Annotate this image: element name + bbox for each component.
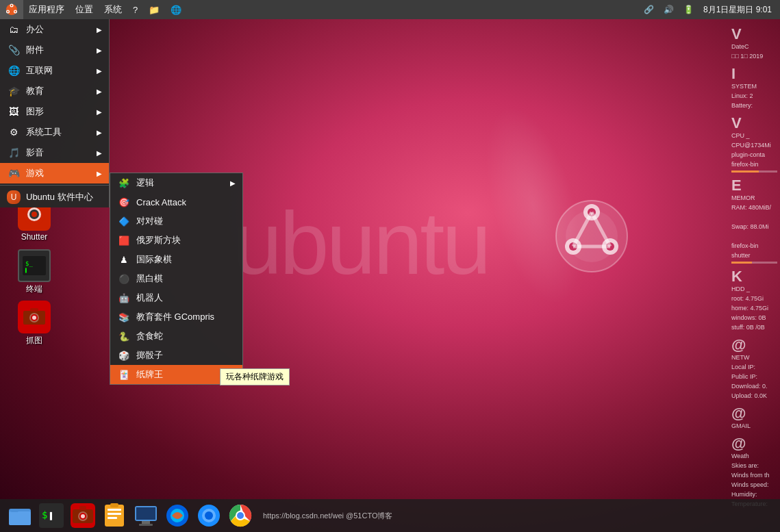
ubuntu-sc-icon: U: [7, 190, 21, 204]
conky-network-section: @ NETWLocal IP:Public IP:Download: 0.Upl…: [731, 338, 777, 401]
submenu-item-tetris[interactable]: 🟥 俄罗斯方块: [110, 231, 242, 250]
submenu-item-chess[interactable]: ♟ 国际象棋: [110, 250, 242, 269]
panel-help-icon[interactable]: ?: [127, 0, 143, 19]
system-tools-arrow: ▶: [97, 129, 102, 136]
submenu-item-snake[interactable]: 🐍 贪食蛇: [110, 327, 242, 346]
internet-icon: 🌐: [7, 64, 21, 77]
svg-rect-44: [108, 509, 121, 511]
tetris-icon: 🟥: [117, 233, 131, 247]
graphics-icon: 🖼: [7, 105, 21, 118]
internet-label: 互联网: [26, 64, 53, 77]
taskbar-chrome-icon[interactable]: [226, 501, 255, 530]
panel-ubuntu-icon[interactable]: [0, 0, 23, 19]
taskbar-monitor-icon[interactable]: [131, 501, 160, 530]
taskbar-files-icon[interactable]: [5, 501, 34, 530]
svg-point-17: [7, 11, 8, 12]
accessories-label: 附件: [26, 44, 44, 56]
panel-places-menu[interactable]: 位置: [70, 0, 99, 19]
menu-item-multimedia[interactable]: 🎵 影音 ▶: [0, 142, 109, 163]
system-label: 系统: [104, 3, 122, 16]
taskbar-spinner-icon[interactable]: [194, 501, 223, 530]
dice-icon: 🎲: [117, 349, 131, 362]
menu-item-ubuntu-sc[interactable]: U Ubuntu 软件中心: [0, 187, 109, 207]
cards-icon: 🃏: [117, 368, 131, 381]
screenshot-icon: [18, 301, 51, 333]
office-icon: 🗂: [7, 23, 21, 36]
duiduipeng-label: 对对碰: [136, 215, 163, 227]
taskbar-camera-icon[interactable]: [68, 501, 97, 530]
menu-item-graphics[interactable]: 🖼 图形 ▶: [0, 101, 109, 122]
svg-rect-46: [108, 517, 117, 519]
office-label: 办公: [26, 23, 44, 36]
multimedia-icon: 🎵: [7, 146, 21, 160]
submenu-item-crack-attack[interactable]: 🎯 Crack Attack: [110, 192, 242, 212]
taskbar-url: https://blog.csdn.net/wei @51CTO博客: [263, 511, 393, 521]
ubuntu-sc-label: Ubuntu 软件中心: [26, 191, 93, 203]
shutter-label: Shutter: [21, 232, 48, 242]
terminal-desktop-icon[interactable]: $_ ▌ 终端: [15, 246, 53, 298]
menu-item-accessories[interactable]: 📎 附件 ▶: [0, 40, 109, 60]
logic-label: 逻辑: [136, 177, 154, 189]
panel-sound-icon[interactable]: 🔊: [661, 5, 677, 14]
terminal-label: 终端: [26, 283, 42, 295]
submenu-item-dice[interactable]: 🎲 掷骰子: [110, 346, 242, 365]
screenshot-label: 抓图: [26, 335, 42, 346]
snake-label: 贪食蛇: [136, 330, 163, 342]
panel-system-menu[interactable]: 系统: [99, 0, 127, 19]
ubuntu-logo: [554, 199, 629, 274]
svg-rect-50: [142, 521, 150, 524]
system-tools-label: 系统工具: [26, 126, 62, 138]
panel-browser-icon[interactable]: 🌐: [165, 0, 187, 19]
submenu-item-reversi[interactable]: ⚫ 黑白棋: [110, 269, 242, 288]
logic-arrow: ▶: [230, 179, 236, 187]
svg-text:$_: $_: [25, 260, 33, 267]
menu-item-system-tools[interactable]: ⚙ 系统工具 ▶: [0, 122, 109, 142]
panel-network-icon[interactable]: 🔗: [641, 5, 657, 14]
submenu-item-gcompris[interactable]: 📚 教育套件 GCompris: [110, 307, 242, 327]
menu-item-education[interactable]: 🎓 教育 ▶: [0, 81, 109, 101]
reversi-label: 黑白棋: [136, 273, 163, 285]
tetris-label: 俄罗斯方块: [136, 234, 181, 246]
places-label: 位置: [75, 3, 93, 16]
panel-battery-icon[interactable]: 🔋: [681, 5, 696, 14]
taskbar-clipboard-icon[interactable]: [100, 501, 129, 530]
submenu-item-duiduipeng[interactable]: 🔷 对对碰: [110, 212, 242, 231]
taskbar-firefox-icon[interactable]: [163, 501, 192, 530]
panel-folder-icon[interactable]: 📁: [143, 0, 165, 19]
svg-point-59: [237, 512, 244, 519]
menu-item-games[interactable]: 🎮 游戏 ▶: [0, 163, 109, 183]
panel-applications-menu[interactable]: 应用程序: [23, 0, 70, 19]
conky-date-section: V DateC□□ 1□ 2019: [731, 27, 777, 61]
snake-icon: 🐍: [117, 329, 131, 343]
taskbar-terminal-icon[interactable]: $ ▌: [37, 501, 66, 530]
svg-rect-30: [30, 308, 38, 312]
graphics-arrow: ▶: [97, 108, 102, 116]
tooltip: 玩各种纸牌游戏: [220, 368, 290, 385]
svg-point-21: [32, 212, 37, 217]
screenshot-desktop-icon[interactable]: 抓图: [15, 298, 53, 349]
duiduipeng-icon: 🔷: [117, 214, 131, 228]
multimedia-label: 影音: [26, 147, 44, 159]
svg-rect-49: [136, 507, 155, 520]
applications-menu: 🗂 办公 ▶ 📎 附件 ▶ 🌐 互联网 ▶ 🎓 教育 ▶ 🖼 图形 ▶ ⚙ 系统…: [0, 19, 110, 207]
svg-rect-47: [110, 503, 118, 507]
system-tools-icon: ⚙: [7, 125, 21, 139]
conky-memory-section: E MEMORRAM: 480MiB/Swap: 88.0Mifirefox-b…: [731, 178, 777, 264]
conky-panel: V DateC□□ 1□ 2019 I SYSTEMLinux: 2Batter…: [729, 24, 780, 517]
menu-item-office[interactable]: 🗂 办公 ▶: [0, 19, 109, 40]
graphics-label: 图形: [26, 105, 44, 118]
svg-rect-45: [108, 513, 121, 515]
panel-datetime[interactable]: 8月1日星期日 9:01: [701, 4, 775, 16]
conky-gmail-section: @ GMAIL: [731, 406, 777, 431]
submenu-item-logic[interactable]: 🧩 逻辑 ▶: [110, 173, 242, 192]
submenu-item-robots[interactable]: 🤖 机器人: [110, 288, 242, 307]
logic-icon: 🧩: [117, 176, 131, 190]
svg-point-16: [14, 11, 16, 12]
conky-hdd-section: K HDD _root: 4.75Gihome: 4.75Giwindows: …: [731, 269, 777, 332]
tooltip-text: 玩各种纸牌游戏: [226, 372, 284, 381]
svg-point-29: [32, 316, 36, 320]
ubuntu-text: ubuntu: [233, 192, 489, 294]
menu-item-internet[interactable]: 🌐 互联网 ▶: [0, 60, 109, 81]
education-icon: 🎓: [7, 84, 21, 98]
svg-rect-51: [139, 524, 153, 526]
